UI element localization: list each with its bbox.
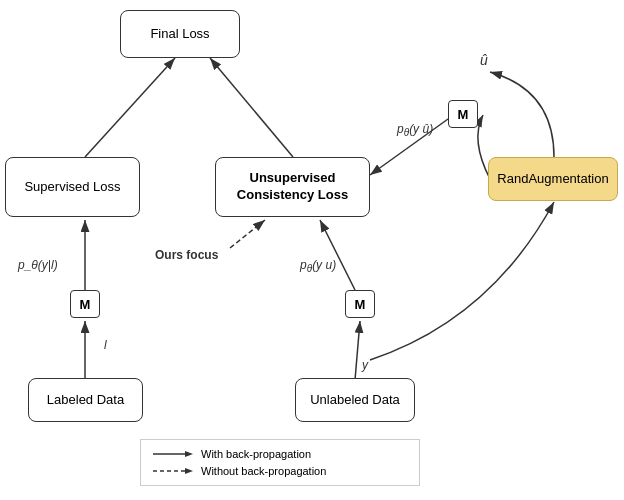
unlabeled-data-box: Unlabeled Data (295, 378, 415, 422)
supervised-loss-box: Supervised Loss (5, 157, 140, 217)
svg-line-7 (320, 220, 355, 290)
final-loss-box: Final Loss (120, 10, 240, 58)
svg-marker-13 (185, 468, 193, 474)
supervised-loss-label: Supervised Loss (24, 179, 120, 196)
y-label: y (362, 358, 368, 372)
ours-focus-label: Ours focus (155, 248, 218, 262)
u-hat-label: û (480, 52, 488, 68)
m-box-1: M (70, 290, 100, 318)
svg-line-6 (355, 321, 360, 380)
p-theta-l-label: p_θ(y|l) (18, 258, 58, 272)
m-label-2: M (355, 297, 366, 312)
svg-marker-11 (185, 451, 193, 457)
m-box-2: M (345, 290, 375, 318)
svg-line-5 (210, 58, 293, 157)
final-loss-label: Final Loss (150, 26, 209, 43)
legend: With back-propagation Without back-propa… (140, 439, 420, 486)
m-label-1: M (80, 297, 91, 312)
m-label-3: M (458, 107, 469, 122)
unsupervised-loss-label: UnsupervisedConsistency Loss (237, 170, 348, 204)
rand-aug-label: RandAugmentation (497, 171, 608, 188)
legend-solid-row: With back-propagation (153, 448, 407, 460)
p-theta-u-hat-label: pθ(y û) (397, 122, 433, 138)
solid-legend-label: With back-propagation (201, 448, 311, 460)
l-label: l (104, 338, 107, 352)
m-box-3: M (448, 100, 478, 128)
unlabeled-data-label: Unlabeled Data (310, 392, 400, 409)
labeled-data-box: Labeled Data (28, 378, 143, 422)
dashed-legend-label: Without back-propagation (201, 465, 326, 477)
rand-aug-box: RandAugmentation (488, 157, 618, 201)
svg-line-4 (85, 58, 175, 157)
labeled-data-label: Labeled Data (47, 392, 124, 409)
svg-line-9 (230, 220, 265, 248)
p-theta-u-label: pθ(y u) (300, 258, 336, 274)
legend-dashed-row: Without back-propagation (153, 465, 407, 477)
unsupervised-loss-box: UnsupervisedConsistency Loss (215, 157, 370, 217)
solid-line-icon (153, 449, 193, 459)
arrows-svg (0, 0, 624, 500)
diagram-container: Final Loss Supervised Loss UnsupervisedC… (0, 0, 624, 500)
dashed-line-icon (153, 466, 193, 476)
